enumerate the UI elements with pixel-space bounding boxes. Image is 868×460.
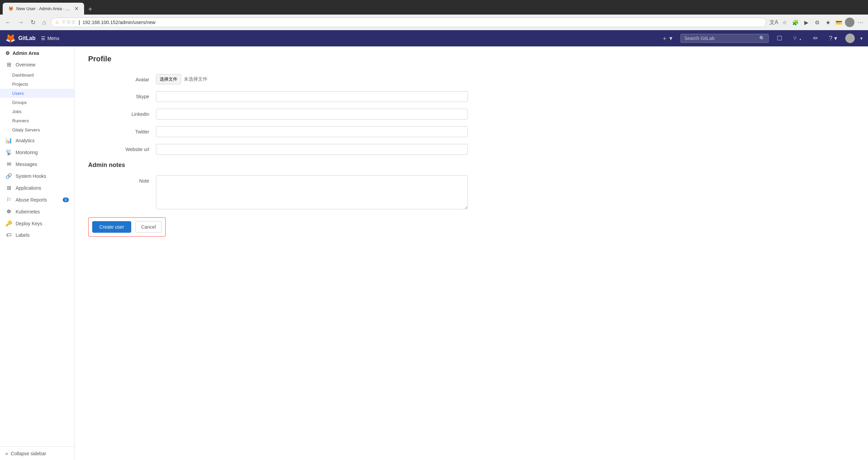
gitaly-servers-label: Gitaly Servers bbox=[12, 127, 40, 132]
avatar-control-wrap: 选择文件 未选择文件 bbox=[156, 74, 468, 84]
address-bar[interactable]: ⚠ 不安全 | bbox=[51, 18, 766, 27]
website-url-input[interactable] bbox=[156, 144, 468, 155]
deploy-keys-icon: 🔑 bbox=[5, 220, 12, 227]
skype-input[interactable] bbox=[156, 91, 468, 102]
labels-icon: 🏷 bbox=[5, 232, 12, 238]
forward-btn[interactable]: → bbox=[16, 18, 26, 27]
sidebar-overview-label: Overview bbox=[16, 62, 35, 67]
avatar-file-btn[interactable]: 选择文件 bbox=[156, 74, 181, 84]
cancel-button[interactable]: Cancel bbox=[135, 221, 162, 233]
projects-label: Projects bbox=[12, 82, 28, 87]
back-btn[interactable]: ← bbox=[3, 18, 13, 27]
active-tab[interactable]: 🦊 New User · Admin Area · GitLab ✕ bbox=[3, 3, 84, 15]
messages-icon: ✉ bbox=[5, 161, 12, 167]
security-warning-icon: ⚠ bbox=[55, 20, 59, 25]
tab-title: New User · Admin Area · GitLab bbox=[16, 6, 72, 11]
website-url-label: Website url bbox=[88, 144, 156, 152]
menu-label: Menu bbox=[47, 36, 59, 41]
note-control-wrap bbox=[156, 175, 468, 210]
users-label: Users bbox=[12, 91, 24, 96]
sidebar-item-analytics[interactable]: 📊 Analytics bbox=[0, 134, 74, 146]
admin-area-label: Admin Area bbox=[13, 50, 39, 56]
refresh-btn[interactable]: ↻ bbox=[28, 17, 38, 27]
sidebar-item-deploy-keys[interactable]: 🔑 Deploy Keys bbox=[0, 217, 74, 229]
twitter-input[interactable] bbox=[156, 126, 468, 137]
hamburger-icon: ☰ bbox=[41, 36, 45, 41]
sidebar-item-gitaly-servers[interactable]: Gitaly Servers bbox=[0, 125, 74, 134]
home-btn[interactable]: ⌂ bbox=[40, 18, 48, 27]
search-input[interactable] bbox=[684, 36, 756, 41]
runners-label: Runners bbox=[12, 118, 29, 123]
help-icon[interactable]: ? ▾ bbox=[826, 33, 840, 43]
skype-form-group: Skype bbox=[88, 91, 468, 102]
overview-icon: ⊞ bbox=[5, 61, 12, 68]
settings-icon[interactable]: ⚙ bbox=[812, 18, 822, 27]
avatar-chevron[interactable]: ▾ bbox=[860, 36, 863, 41]
merge-request-icon[interactable]: ⑂ ▾ bbox=[790, 34, 805, 43]
system-hooks-icon: 🔗 bbox=[5, 173, 12, 179]
sidebar-admin-header: ⚙ Admin Area bbox=[0, 46, 74, 59]
search-icon: 🔍 bbox=[759, 36, 765, 41]
abuse-reports-icon: ⚐ bbox=[5, 196, 12, 203]
extension-icon[interactable]: 🧩 bbox=[791, 18, 800, 27]
linkedin-input[interactable] bbox=[156, 109, 468, 120]
main-content: Profile Avatar 选择文件 未选择文件 Skype bbox=[75, 46, 868, 460]
sidebar-item-applications[interactable]: ⊞ Applications bbox=[0, 182, 74, 194]
tab-close-btn[interactable]: ✕ bbox=[74, 5, 79, 12]
user-avatar[interactable] bbox=[845, 34, 855, 43]
sidebar-item-projects[interactable]: Projects bbox=[0, 80, 74, 89]
skype-control-wrap bbox=[156, 91, 468, 102]
sidebar-item-monitoring[interactable]: 📡 Monitoring bbox=[0, 146, 74, 158]
sidebar-item-users[interactable]: Users bbox=[0, 89, 74, 98]
twitter-control-wrap bbox=[156, 126, 468, 137]
profile-avatar[interactable] bbox=[845, 18, 854, 27]
kubernetes-icon: ☸ bbox=[5, 208, 12, 215]
sidebar-item-dashboard[interactable]: Dashboard bbox=[0, 70, 74, 80]
bookmark-icon[interactable]: ★ bbox=[823, 18, 833, 27]
app-container: 🦊 GitLab ☰ Menu ＋ ▾ 🔍 ☐ ⑂ ▾ ✏ ? ▾ ▾ ⚙ Ad… bbox=[0, 30, 868, 460]
star-icon[interactable]: ☆ bbox=[780, 18, 789, 27]
applications-icon: ⊞ bbox=[5, 185, 12, 191]
sidebar-item-system-hooks[interactable]: 🔗 System Hooks bbox=[0, 170, 74, 182]
address-input[interactable] bbox=[83, 20, 762, 25]
menu-button[interactable]: ☰ Menu bbox=[41, 36, 59, 41]
admin-icon: ⚙ bbox=[5, 50, 10, 56]
security-separator: 不安全 bbox=[62, 19, 76, 25]
sidebar-item-messages[interactable]: ✉ Messages bbox=[0, 158, 74, 170]
sidebar-item-labels[interactable]: 🏷 Labels bbox=[0, 229, 74, 241]
sidebar-item-groups[interactable]: Groups bbox=[0, 98, 74, 107]
monitoring-icon: 📡 bbox=[5, 149, 12, 155]
gitlab-logo-icon: 🦊 bbox=[5, 34, 16, 43]
header-search[interactable]: 🔍 bbox=[680, 34, 769, 43]
form-actions: Create user Cancel bbox=[88, 217, 166, 237]
todo-icon[interactable]: ☐ bbox=[774, 33, 785, 43]
avatar-form-group: Avatar 选择文件 未选择文件 bbox=[88, 74, 468, 84]
create-btn[interactable]: ＋ ▾ bbox=[659, 33, 675, 44]
gitlab-header: 🦊 GitLab ☰ Menu ＋ ▾ 🔍 ☐ ⑂ ▾ ✏ ? ▾ ▾ bbox=[0, 30, 868, 46]
browser-toolbar: ← → ↻ ⌂ ⚠ 不安全 | 文A ☆ 🧩 ▶ ⚙ ★ 💳 ⋯ bbox=[0, 15, 868, 30]
admin-notes-title: Admin notes bbox=[88, 162, 468, 169]
edit-icon[interactable]: ✏ bbox=[810, 33, 821, 43]
new-tab-btn[interactable]: + bbox=[85, 4, 96, 15]
linkedin-control-wrap bbox=[156, 109, 468, 120]
collapse-icon: « bbox=[5, 451, 8, 456]
sidebar-item-runners[interactable]: Runners bbox=[0, 116, 74, 125]
collapse-label: Collapse sidebar bbox=[11, 451, 46, 456]
sidebar-item-jobs[interactable]: Jobs bbox=[0, 107, 74, 116]
note-form-group: Note bbox=[88, 175, 468, 210]
note-textarea[interactable] bbox=[156, 175, 468, 209]
sidebar-collapse-btn[interactable]: « Collapse sidebar bbox=[0, 446, 74, 460]
main-layout: ⚙ Admin Area ⊞ Overview Dashboard Projec… bbox=[0, 46, 868, 460]
analytics-label: Analytics bbox=[16, 138, 35, 143]
sidebar-item-abuse-reports[interactable]: ⚐ Abuse Reports 0 bbox=[0, 194, 74, 206]
sidebar-item-overview[interactable]: ⊞ Overview bbox=[0, 59, 74, 70]
wallet-icon[interactable]: 💳 bbox=[834, 18, 844, 27]
separator-bar: | bbox=[79, 20, 80, 25]
translate-icon[interactable]: 文A bbox=[769, 18, 778, 27]
monitoring-label: Monitoring bbox=[16, 150, 38, 155]
more-btn[interactable]: ⋯ bbox=[856, 18, 865, 27]
sidebar-item-kubernetes[interactable]: ☸ Kubernetes bbox=[0, 206, 74, 217]
content-body: Profile Avatar 选择文件 未选择文件 Skype bbox=[75, 46, 481, 245]
create-user-button[interactable]: Create user bbox=[92, 221, 131, 233]
play-icon[interactable]: ▶ bbox=[802, 18, 811, 27]
